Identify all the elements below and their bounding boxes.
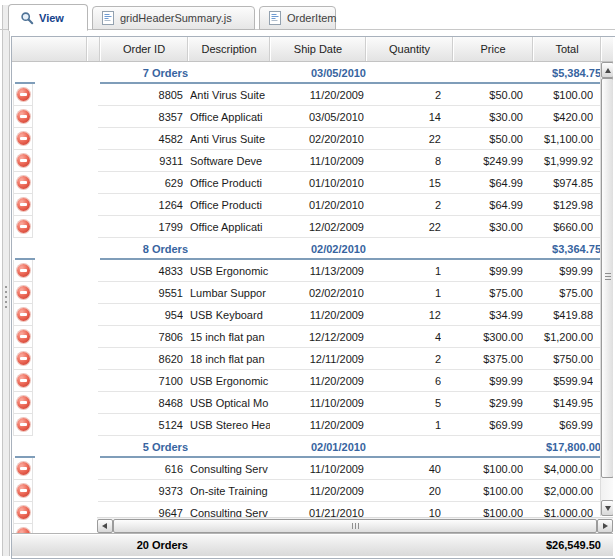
delete-icon[interactable] — [17, 154, 30, 167]
delete-icon[interactable] — [17, 330, 30, 343]
cell-order-id: 616 — [100, 458, 183, 480]
cell-order-id: 4582 — [100, 128, 183, 150]
order-row[interactable]: 9551Lumbar Suppor02/02/20101$75.00$75.00 — [12, 282, 613, 304]
column-header-price[interactable]: Price — [453, 37, 533, 61]
cell-ship-date: 11/20/2009 — [270, 414, 364, 436]
tab-label: OrderItem — [287, 12, 337, 24]
cell-description: 18 inch flat pan — [190, 348, 270, 370]
order-row[interactable]: 616Consulting Serv11/10/200940$100.00$4,… — [12, 458, 613, 480]
cell-order-id: 8468 — [100, 392, 183, 414]
order-row[interactable]: 9311Software Deve11/10/20098$249.99$1,99… — [12, 150, 613, 172]
order-row[interactable]: 4582Anti Virus Suite02/20/201022$50.00$1… — [12, 128, 613, 150]
orders-grid: Order ID Description Ship Date Quantity … — [11, 36, 615, 559]
column-header-filler — [601, 37, 613, 61]
delete-icon[interactable] — [17, 198, 30, 211]
order-row[interactable]: 4833USB Ergonomic11/13/20091$99.99$99.99 — [12, 260, 613, 282]
cell-ship-date: 11/20/2009 — [270, 480, 364, 502]
cell-total: $4,000.00 — [521, 458, 593, 480]
delete-icon[interactable] — [17, 286, 30, 299]
group-header-row: 5 Orders02/01/2010$17,800.00 — [12, 436, 613, 458]
cell-total: $2,000.00 — [521, 480, 593, 502]
cell-ship-date: 11/13/2009 — [270, 260, 364, 282]
row-action-cell — [13, 480, 33, 502]
cell-total: $419.88 — [521, 304, 593, 326]
delete-icon[interactable] — [17, 264, 30, 277]
order-row[interactable]: 8805Anti Virus Suite11/20/20092$50.00$10… — [12, 84, 613, 106]
vertical-scrollbar[interactable] — [600, 62, 613, 516]
cell-description: Office Producti — [190, 194, 270, 216]
cell-ship-date: 12/11/2009 — [270, 348, 364, 370]
scroll-up-button[interactable] — [601, 62, 613, 78]
cell-ship-date: 11/20/2009 — [270, 84, 364, 106]
delete-icon[interactable] — [17, 418, 30, 431]
panel-splitter[interactable] — [2, 5, 10, 556]
column-header-description[interactable]: Description — [188, 37, 270, 61]
cell-price: $64.99 — [453, 172, 523, 194]
cell-description: USB Optical Mo — [190, 392, 270, 414]
delete-icon[interactable] — [17, 176, 30, 189]
tab-label: View — [39, 12, 64, 24]
order-row[interactable]: 9373On-site Training11/20/200920$100.00$… — [12, 480, 613, 502]
vertical-scroll-thumb[interactable] — [601, 78, 613, 478]
delete-icon[interactable] — [17, 396, 30, 409]
cell-ship-date: 03/05/2010 — [270, 106, 364, 128]
cell-quantity: 1 — [366, 414, 441, 436]
scroll-left-button[interactable] — [97, 519, 113, 533]
column-header-total[interactable]: Total — [533, 37, 601, 61]
order-row[interactable]: 862018 inch flat pan12/11/20092$375.00$7… — [12, 348, 613, 370]
delete-icon[interactable] — [17, 374, 30, 387]
delete-icon[interactable] — [17, 220, 30, 233]
order-row[interactable]: 629Office Producti01/10/201015$64.99$974… — [12, 172, 613, 194]
cell-total: $1,100.00 — [521, 128, 593, 150]
cell-quantity: 8 — [366, 150, 441, 172]
cell-quantity: 22 — [366, 128, 441, 150]
cell-price: $100.00 — [453, 458, 523, 480]
delete-icon[interactable] — [17, 462, 30, 475]
order-row[interactable]: 780615 inch flat pan12/12/20094$300.00$1… — [12, 326, 613, 348]
column-header-order-id[interactable]: Order ID — [100, 37, 188, 61]
order-row[interactable]: 954USB Keyboard11/20/200912$34.99$419.88 — [12, 304, 613, 326]
row-action-cell — [13, 282, 33, 304]
delete-icon[interactable] — [17, 308, 30, 321]
cell-description: Software Deve — [190, 150, 270, 172]
scroll-right-button[interactable] — [597, 519, 613, 533]
delete-icon[interactable] — [17, 506, 30, 519]
cell-total: $100.00 — [521, 84, 593, 106]
cell-quantity: 2 — [366, 84, 441, 106]
cell-description: On-site Training — [190, 480, 270, 502]
script-file-icon — [101, 11, 115, 25]
delete-icon[interactable] — [17, 110, 30, 123]
horizontal-scroll-thumb[interactable] — [113, 519, 597, 533]
column-header-ship-date[interactable]: Ship Date — [270, 37, 366, 61]
group-ship-date: 02/02/2010 — [270, 238, 366, 260]
order-row[interactable]: 8468USB Optical Mo11/10/20095$29.99$149.… — [12, 392, 613, 414]
cell-order-id: 8357 — [100, 106, 183, 128]
column-header-quantity[interactable]: Quantity — [366, 37, 453, 61]
row-action-cell — [13, 326, 33, 348]
order-row[interactable]: 5124USB Stereo Hea11/20/20091$69.99$69.9… — [12, 414, 613, 436]
cell-price: $99.99 — [453, 260, 523, 282]
delete-icon[interactable] — [17, 484, 30, 497]
order-row[interactable]: 8357Office Applicati03/05/201014$30.00$4… — [12, 106, 613, 128]
cell-quantity: 15 — [366, 172, 441, 194]
cell-price: $69.99 — [453, 414, 523, 436]
tab-gridheadersummary[interactable]: gridHeaderSummary.js — [92, 6, 255, 30]
delete-icon[interactable] — [17, 352, 30, 365]
cell-description: Anti Virus Suite — [190, 128, 270, 150]
horizontal-scrollbar[interactable] — [97, 517, 613, 533]
cell-quantity: 40 — [366, 458, 441, 480]
magnifier-icon — [20, 11, 34, 25]
order-row[interactable]: 1264Office Producti01/20/20102$64.99$129… — [12, 194, 613, 216]
tab-orderitem[interactable]: OrderItem — [259, 6, 336, 30]
order-row[interactable]: 7100USB Ergonomic11/20/20096$99.99$599.9… — [12, 370, 613, 392]
tab-view[interactable]: View — [8, 4, 88, 31]
delete-icon[interactable] — [17, 88, 30, 101]
delete-icon[interactable] — [17, 132, 30, 145]
cell-total: $750.00 — [521, 348, 593, 370]
cell-ship-date: 11/10/2009 — [270, 150, 364, 172]
scroll-down-button[interactable] — [601, 500, 613, 516]
order-row[interactable]: 1799Office Applicati12/02/200922$30.00$6… — [12, 216, 613, 238]
cell-ship-date: 11/10/2009 — [270, 392, 364, 414]
cell-order-id: 8620 — [100, 348, 183, 370]
arrow-up-icon — [605, 68, 611, 73]
